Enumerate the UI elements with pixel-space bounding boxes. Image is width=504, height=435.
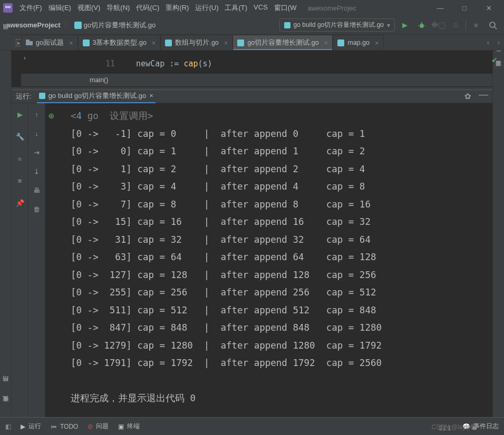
footer-todo[interactable]: ≔ TODO xyxy=(51,423,78,430)
svg-rect-21 xyxy=(26,39,30,42)
svg-text:▸: ▸ xyxy=(17,39,21,46)
close-tab-icon[interactable]: × xyxy=(324,39,328,47)
svg-rect-0 xyxy=(3,3,13,13)
wrench-icon[interactable]: 🔧 xyxy=(14,131,26,142)
rerun-icon[interactable]: ▶ xyxy=(14,108,26,120)
maximize-button[interactable]: □ xyxy=(452,0,477,16)
svg-rect-22 xyxy=(83,39,90,46)
svg-rect-6 xyxy=(284,22,290,28)
run-config-tab[interactable]: go build go切片容量增长测试.go × xyxy=(37,90,156,103)
go-file-icon xyxy=(74,22,82,29)
debug-button[interactable] xyxy=(415,18,429,32)
console-actions-gutter: ↑ ↓ ⇥ ⤓ 🖶 🗑 xyxy=(28,103,45,417)
file-tab[interactable]: 3基本数据类型.go× xyxy=(78,35,161,50)
svg-point-4 xyxy=(9,6,10,7)
tab-prev-icon[interactable]: ‹ xyxy=(483,38,493,46)
run-panel: ▶ 🔧 ■ ≡ 📌 ↑ ↓ ⇥ ⤓ 🖶 🗑 ⊕<4 go 设置调用> [0 ->… xyxy=(12,103,492,417)
menu-item[interactable]: VCS xyxy=(251,2,270,14)
run-panel-header: 运行: go build go切片容量增长测试.go × ✿ — xyxy=(12,90,492,103)
soft-wrap-icon[interactable]: ⇥ xyxy=(31,146,43,158)
svg-point-3 xyxy=(6,6,7,7)
menu-item[interactable]: 视图(V) xyxy=(75,2,103,14)
svg-rect-20 xyxy=(26,41,33,45)
run-actions-gutter: ▶ 🔧 ■ ≡ 📌 xyxy=(12,103,28,417)
menu-item[interactable]: 窗口(W xyxy=(272,2,299,14)
run-button[interactable]: ▶ xyxy=(398,18,412,32)
chevron-right-icon: 〉 xyxy=(64,21,71,30)
svg-point-7 xyxy=(420,24,424,28)
profile-button[interactable]: ⊙ xyxy=(449,18,462,32)
close-tab-icon[interactable]: × xyxy=(69,39,73,47)
footer-run[interactable]: ▶ 运行 xyxy=(21,422,41,431)
down-icon[interactable]: ↓ xyxy=(31,127,43,139)
tab-next-icon[interactable]: › xyxy=(493,38,504,46)
minimize-button[interactable]: ― xyxy=(428,0,452,16)
file-tab[interactable]: go切片容量增长测试.go× xyxy=(232,35,333,50)
run-panel-label: 运行: xyxy=(16,92,32,101)
close-tab-icon[interactable]: × xyxy=(152,39,156,47)
editor-tabs: ▸ go面试题×3基本数据类型.go×数组与切片.go×go切片容量增长测试.g… xyxy=(0,35,504,51)
svg-line-12 xyxy=(495,27,497,29)
main-menu: 文件(F)编辑(E)视图(V)导航(N)代码(C)重构(R)运行(U)工具(T)… xyxy=(17,2,299,14)
menu-item[interactable]: 工具(T) xyxy=(222,2,250,14)
navigation-bar: awesomeProject 〉 go切片容量增长测试.go go build … xyxy=(0,16,504,35)
breadcrumb-file[interactable]: go切片容量增长测试.go xyxy=(74,21,156,30)
watermark: CSDN @laylpf xyxy=(431,423,472,431)
status-bar: ◧ ▶ 运行 ≔ TODO ⊘ 问题 ▣ 终端 💬 事件日志 xyxy=(0,417,504,435)
left-tool-strip: 项目 结构 收藏夹 xyxy=(0,32,12,435)
footer-terminal[interactable]: ▣ 终端 xyxy=(118,422,140,431)
hide-panel-icon[interactable]: — xyxy=(479,92,488,101)
project-name: awesomeProject xyxy=(6,21,61,29)
file-tab[interactable]: 数组与切片.go× xyxy=(160,35,232,50)
settings-icon[interactable]: ✿ xyxy=(464,92,471,101)
gutter-icon[interactable]: › xyxy=(21,51,28,65)
svg-rect-23 xyxy=(165,39,172,46)
run-config-selector[interactable]: go build go切片容量增长测试.go ▾ xyxy=(279,18,395,32)
pin-icon[interactable]: 📌 xyxy=(14,197,26,209)
scroll-end-icon[interactable]: ⤓ xyxy=(31,165,43,177)
file-tab[interactable]: go面试题× xyxy=(21,35,78,50)
svg-rect-24 xyxy=(237,39,244,46)
close-button[interactable]: ✕ xyxy=(477,0,501,16)
inspection-ok-icon[interactable]: ✔ xyxy=(491,56,498,64)
titlebar: 文件(F)编辑(E)视图(V)导航(N)代码(C)重构(R)运行(U)工具(T)… xyxy=(0,0,504,16)
app-logo-icon xyxy=(3,3,13,13)
close-tab-icon[interactable]: × xyxy=(375,39,379,47)
menu-item[interactable]: 编辑(E) xyxy=(46,2,74,14)
go-file-icon xyxy=(284,22,290,28)
search-button[interactable] xyxy=(486,18,500,32)
window-title: awesomeProjec xyxy=(307,4,356,12)
svg-rect-27 xyxy=(472,427,477,430)
footer-problems[interactable]: ⊘ 问题 xyxy=(88,422,109,431)
menu-item[interactable]: 代码(C) xyxy=(133,2,162,14)
console-output[interactable]: ⊕<4 go 设置调用> [0 -> -1] cap = 0 | after a… xyxy=(45,103,492,417)
menu-item[interactable]: 文件(F) xyxy=(17,2,45,14)
chevron-down-icon: ▾ xyxy=(387,22,390,29)
breadcrumb-project[interactable]: awesomeProject xyxy=(6,21,61,29)
editor-breadcrumb[interactable]: main() xyxy=(21,74,492,86)
svg-rect-26 xyxy=(39,93,45,99)
trash-icon[interactable]: 🗑 xyxy=(31,203,43,215)
stop-button[interactable]: ■ xyxy=(469,18,483,32)
stop-icon[interactable]: ■ xyxy=(14,153,26,164)
menu-item[interactable]: 运行(U) xyxy=(192,2,221,14)
coverage-button[interactable]: �◯ xyxy=(432,18,445,32)
svg-rect-5 xyxy=(74,22,82,29)
svg-rect-25 xyxy=(337,39,344,46)
svg-point-11 xyxy=(490,22,495,27)
right-tool-strip: 数据库 xyxy=(492,42,504,417)
up-icon[interactable]: ↑ xyxy=(31,108,43,120)
close-tab-icon[interactable]: × xyxy=(149,92,153,100)
menu-item[interactable]: 导航(N) xyxy=(104,2,132,14)
close-tab-icon[interactable]: × xyxy=(224,39,228,47)
go-file-icon xyxy=(39,93,45,99)
code-line: 11newCap := cap(s) xyxy=(105,59,212,68)
tool-window-quick-icon[interactable]: ◧ xyxy=(5,423,11,430)
file-tab[interactable]: map.go× xyxy=(333,35,383,50)
layout-icon[interactable]: ≡ xyxy=(14,175,26,186)
menu-item[interactable]: 重构(R) xyxy=(163,2,191,14)
print-icon[interactable]: 🖶 xyxy=(31,184,43,196)
